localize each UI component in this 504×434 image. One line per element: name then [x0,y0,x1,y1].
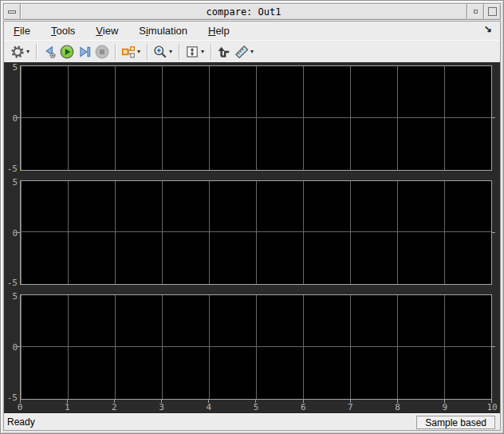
y-axis-gutter: 5 0 -5 [6,294,20,400]
toolbar-separator [147,44,148,60]
window-menu-icon [8,10,16,14]
window-menu-button[interactable] [3,3,21,20]
scope-display-2: 5 0 -5 [6,180,492,286]
trigger-button[interactable] [215,43,233,61]
x-tick-label: 0 [18,402,23,412]
status-text: Ready [7,416,35,428]
plot-axes[interactable] [20,294,492,400]
client-area: File Tools View Simulation Help ↘ ▾ [3,21,501,431]
step-forward-icon [77,45,92,59]
maximize-icon [488,7,497,16]
stop-icon [95,45,109,59]
y-tick-label: -5 [7,278,18,288]
measurements-dropdown[interactable]: ▾ [250,48,254,55]
scope-panel: 5 0 -5 5 0 -5 5 0 -5 [4,62,500,413]
y-tick-label: -5 [7,393,18,403]
toolbar: ▾ [4,40,500,62]
toolbar-separator [211,44,211,60]
menu-view[interactable]: View [96,25,118,37]
statusbar: Ready Sample based [4,413,500,430]
y-tick-label: 5 [12,291,18,302]
measurements-button[interactable] [233,43,250,61]
y-tick-label: 5 [12,177,18,187]
step-back-button[interactable] [41,43,58,61]
x-tick-label: 1 [65,402,70,412]
run-icon [60,45,74,59]
fit-to-view-button[interactable] [183,43,201,61]
titlebar[interactable]: compare: Out1 [3,3,501,20]
zoom-in-icon [153,45,167,59]
ruler-icon [234,45,249,59]
x-tick-label: 2 [112,402,117,412]
sample-mode-indicator: Sample based [416,416,495,429]
menubar: File Tools View Simulation Help ↘ [4,22,500,40]
menu-simulation[interactable]: Simulation [139,25,187,37]
x-tick-label: 4 [206,402,211,412]
minimize-icon [474,10,478,14]
zoom-dropdown[interactable]: ▾ [169,48,172,55]
toolbar-separator [36,44,37,60]
toolbar-separator [179,44,179,60]
x-tick-label: 3 [159,402,164,412]
step-forward-button[interactable] [76,43,93,61]
scope-display-1: 5 0 -5 [6,65,492,171]
x-tick-label: 5 [254,402,259,412]
y-axis-gutter: 5 0 -5 [6,65,20,171]
signal-selector-icon [121,45,136,59]
x-tick-label: 6 [301,402,306,412]
stop-button[interactable] [93,43,111,61]
step-back-icon [42,45,57,59]
toolbar-separator [115,44,116,60]
dock-arrow-icon[interactable]: ↘ [484,23,492,34]
y-tick-label: 5 [12,62,18,73]
y-axis-gutter: 5 0 -5 [6,180,20,286]
signal-selector-button[interactable] [120,43,137,61]
x-tick-label: 8 [395,402,400,412]
zoom-button[interactable] [152,43,169,61]
minimize-button[interactable] [467,3,484,20]
parameters-button[interactable] [9,43,26,61]
signal-selector-dropdown[interactable]: ▾ [137,48,140,55]
menu-tools[interactable]: Tools [51,25,75,37]
menu-help[interactable]: Help [208,25,230,37]
y-tick-label: 0 [12,342,18,353]
y-tick-label: -5 [7,164,18,174]
x-axis: 0 1 2 3 4 5 6 7 8 9 10 [6,400,492,413]
x-tick-label: 7 [348,402,353,412]
window-title: compare: Out1 [20,3,467,20]
maximize-button[interactable] [483,3,501,20]
plot-axes[interactable] [20,65,492,171]
x-axis-area: 0 1 2 3 4 5 6 7 8 9 10 [20,400,492,413]
y-tick-label: 0 [12,112,18,123]
run-button[interactable] [58,43,76,61]
scope-display-3: 5 0 -5 [6,294,492,400]
gear-icon [10,45,25,59]
x-tick-label: 9 [442,402,447,412]
fit-to-view-dropdown[interactable]: ▾ [201,48,204,55]
y-tick-label: 0 [12,227,18,238]
trigger-icon [217,45,231,59]
parameters-dropdown[interactable]: ▾ [26,48,30,55]
scope-window: compare: Out1 File Tools View Simulation… [0,0,504,434]
plot-axes[interactable] [20,180,492,286]
fit-to-view-icon [185,45,199,59]
x-tick-label: 10 [486,402,497,412]
menu-file[interactable]: File [14,25,30,37]
